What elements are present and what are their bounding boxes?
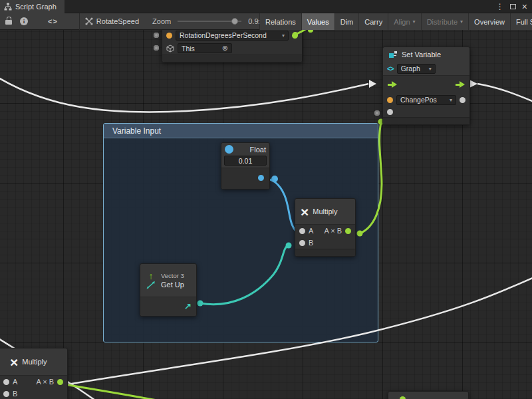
wire-endpoint-dot	[357, 231, 363, 237]
input-a-label: A	[309, 227, 313, 235]
window-close-icon[interactable]: ×	[522, 2, 527, 11]
target-object-label: This	[182, 45, 195, 53]
values-button[interactable]: Values	[301, 13, 334, 30]
output-label: A × B	[324, 227, 342, 235]
zoom-slider[interactable]	[178, 21, 241, 22]
vector-axes-icon	[146, 281, 156, 289]
graph-name-label: RotateSpeed	[96, 17, 139, 25]
float-value: 0.01	[239, 157, 252, 165]
zoom-slider-handle[interactable]	[231, 18, 238, 25]
variable-name-port[interactable]	[387, 97, 393, 103]
clipped-node[interactable]	[388, 391, 469, 399]
multiply-node-bottom[interactable]: × Multiply A A × B B	[0, 348, 68, 399]
node-footer	[295, 249, 355, 256]
chevron-down-icon: ▾	[429, 66, 432, 72]
node-title: Float	[250, 146, 266, 154]
window-title: Script Graph	[15, 3, 57, 11]
node-title: Multiply	[313, 207, 337, 215]
node-footer	[383, 117, 469, 124]
wire-arrow-in	[369, 80, 376, 88]
window-titlebar: Script Graph ⋮ ×	[0, 0, 532, 13]
wire-flow-in[interactable]	[0, 74, 368, 112]
input-b-label: B	[309, 239, 313, 247]
input-b-port[interactable]	[3, 391, 9, 397]
info-icon[interactable]: i	[20, 17, 28, 25]
carry-button[interactable]: Carry	[358, 13, 388, 30]
node-title: Get Up	[161, 281, 184, 289]
flow-ports-row	[383, 76, 469, 93]
input-a-label: A	[13, 378, 17, 386]
graph-canvas[interactable]: Variable Input RotationDegreesPerSecond	[0, 30, 532, 399]
tab-script-graph[interactable]: Script Graph	[0, 0, 65, 13]
target-object-field[interactable]: This ⊗	[178, 43, 232, 53]
align-button[interactable]: Align▾	[388, 13, 420, 30]
get-up-node[interactable]: ↑ Vector 3 Get Up ↗	[140, 263, 197, 317]
toolbar-separator	[79, 13, 80, 30]
variable-name-port[interactable]	[166, 33, 172, 39]
overview-button[interactable]: Overview	[468, 13, 510, 30]
get-variable-node[interactable]: RotationDegreesPerSecond ▾ This ⊗	[162, 30, 303, 63]
chevron-down-icon: ▾	[282, 33, 285, 39]
multiply-node[interactable]: × Multiply A A × B B	[295, 198, 356, 257]
output-port[interactable]	[400, 396, 406, 399]
float-value-field[interactable]: 0.01	[224, 156, 267, 166]
float-output-port[interactable]	[258, 175, 264, 181]
input-b-label: B	[13, 390, 17, 398]
zoom-label: Zoom	[152, 17, 171, 25]
wire-endpoint-dot	[271, 176, 278, 182]
relations-button[interactable]: Relations	[259, 13, 301, 30]
variable-name: RotationDegreesPerSecond	[180, 31, 267, 39]
window-menu-icon[interactable]: ⋮	[496, 3, 504, 11]
wire-arrow-out	[469, 80, 477, 88]
set-variable-node[interactable]: Set Variable <> Graph ▾ ChangePos ▾	[382, 47, 470, 125]
wire-multiply-bottom-output[interactable]	[65, 384, 168, 399]
window-restore-icon[interactable]	[510, 4, 516, 9]
float-node[interactable]: Float 0.01	[221, 142, 270, 190]
up-arrow-icon: ↑	[149, 271, 154, 281]
scope-dropdown[interactable]: Graph ▾	[397, 64, 436, 74]
value-output-port[interactable]	[460, 97, 466, 103]
input-port[interactable]	[154, 33, 159, 38]
wire-endpoint-dot	[198, 301, 203, 307]
input-b-port[interactable]	[299, 240, 305, 246]
multiply-icon: ×	[301, 205, 309, 219]
output-port[interactable]	[57, 379, 63, 385]
distribute-button[interactable]: Distribute▾	[421, 13, 468, 30]
wire-endpoint-dot	[286, 243, 292, 249]
flow-output-port[interactable]	[456, 81, 465, 88]
input-a-port[interactable]	[299, 228, 305, 234]
value-output-port[interactable]	[292, 33, 298, 39]
flow-input-port[interactable]	[388, 81, 397, 88]
chevron-down-icon: ▾	[413, 19, 416, 25]
fullscreen-button[interactable]: Full Scree	[510, 13, 532, 30]
output-port[interactable]	[345, 228, 351, 234]
code-view-icon[interactable]: <>	[48, 17, 58, 25]
variable-name: ChangePos	[400, 96, 437, 104]
output-label: A × B	[36, 378, 54, 386]
wire-getup-to-multiply-b[interactable]	[200, 245, 289, 305]
chevron-down-icon: ▾	[450, 97, 452, 103]
scope-label: Graph	[401, 65, 420, 72]
dim-button[interactable]: Dim	[334, 13, 359, 30]
node-footer	[162, 55, 302, 62]
lock-icon[interactable]	[5, 20, 12, 25]
node-title: Multiply	[22, 358, 47, 366]
clear-icon[interactable]: ⊗	[222, 45, 228, 52]
wire-multiply-to-setvariable[interactable]	[360, 122, 382, 233]
input-a-port[interactable]	[3, 379, 9, 385]
wire-flow-sweep[interactable]	[0, 275, 532, 398]
vector-output-port[interactable]: ↗	[184, 302, 192, 311]
toolbar-buttons: Relations Values Dim Carry Align▾ Distri…	[259, 13, 532, 30]
node-title: Set Variable	[402, 51, 441, 59]
multiply-icon: ×	[10, 355, 18, 369]
wire-flow-out[interactable]	[477, 84, 532, 104]
input-port[interactable]	[374, 110, 380, 116]
chevron-down-icon: ▾	[460, 19, 463, 25]
graph-asset-icon	[85, 17, 93, 25]
gameobject-cube-icon	[166, 45, 174, 53]
scope-icon: <>	[387, 65, 394, 72]
input-port[interactable]	[154, 45, 159, 51]
value-input-port[interactable]	[387, 109, 393, 115]
variable-name-dropdown[interactable]: RotationDegreesPerSecond ▾	[176, 31, 289, 41]
variable-name-dropdown[interactable]: ChangePos ▾	[396, 95, 456, 105]
